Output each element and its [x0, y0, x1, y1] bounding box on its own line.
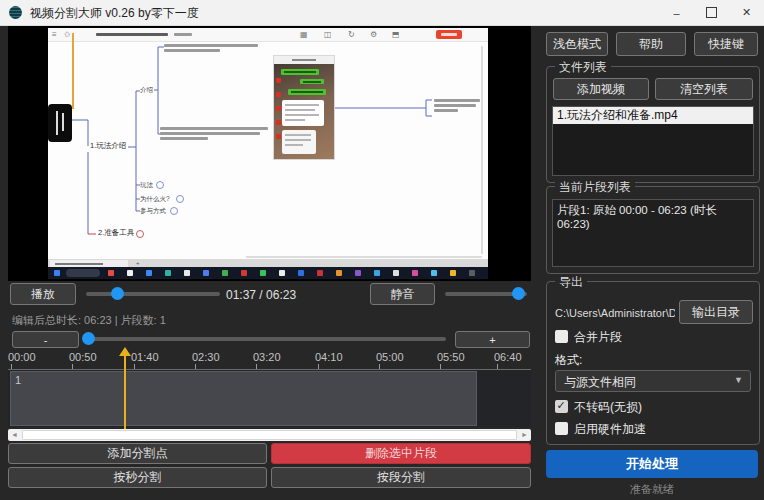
clear-list-button[interactable]: 清空列表	[655, 78, 753, 100]
timeline-tick-label: 01:40	[131, 351, 159, 363]
minimize-button[interactable]: –	[659, 0, 694, 25]
hw-accel-label: 启用硬件加速	[574, 421, 646, 438]
timeline-tick-mark	[195, 364, 196, 369]
taskbar-app-icon	[298, 270, 304, 276]
note-text-bar	[434, 99, 480, 102]
segment-list-group: 当前片段列表 片段1: 原始 00:00 - 06:23 (时长 06:23)	[546, 186, 760, 274]
segment-list-item[interactable]: 片段1: 原始 00:00 - 06:23 (时长 06:23)	[553, 200, 753, 233]
hotkeys-button[interactable]: 快捷键	[694, 32, 758, 56]
timeline-tick-label: 04:10	[315, 351, 343, 363]
help-button[interactable]: 帮助	[616, 32, 686, 56]
mindmap-topic2: 2.准备工具	[98, 229, 134, 237]
segment-number: 1	[15, 374, 21, 386]
timeline-tick-mark	[134, 364, 135, 369]
timeline-tick-label: 00:00	[8, 351, 36, 363]
segment-list: 片段1: 原始 00:00 - 06:23 (时长 06:23)	[552, 199, 754, 267]
mute-button[interactable]: 静音	[370, 283, 435, 305]
format-select-value: 与源文件相同	[564, 374, 636, 391]
file-list-group: 文件列表 添加视频 清空列表 1.玩法介绍和准备.mp4	[546, 66, 760, 183]
no-transcode-label: 不转码(无损)	[574, 399, 642, 416]
volume-slider-handle[interactable]	[512, 287, 525, 300]
delete-selected-segment-button[interactable]: 删除选中片段	[271, 443, 531, 464]
taskbar-app-icon	[260, 270, 266, 276]
note-text-bar	[434, 104, 476, 107]
output-dir-button[interactable]: 输出目录	[679, 300, 753, 324]
taskbar-app-icon	[146, 270, 152, 276]
window-title: 视频分割大师 v0.26 by零下一度	[30, 5, 199, 22]
hw-accel-checkbox[interactable]	[555, 422, 568, 435]
app-window: 视频分割大师 v0.26 by零下一度 – ✕ ≡ ✩ ▦ ◫ ↻ ⚙ ⬒	[0, 0, 764, 500]
light-mode-button[interactable]: 浅色模式	[546, 32, 608, 56]
mindmap-sub1-icon	[156, 181, 164, 189]
mindmap-intro: 介绍	[140, 86, 153, 94]
taskbar-app-icon	[108, 270, 114, 276]
timeline-tick-label: 02:30	[192, 351, 220, 363]
timeline-scrollbar[interactable]: ◄ ►	[8, 429, 531, 441]
canvas-horizontal-scrollbar	[246, 256, 482, 258]
file-list-item-selected[interactable]: 1.玩法介绍和准备.mp4	[553, 107, 753, 124]
mindmap-sub1: 玩法	[140, 181, 153, 189]
split-by-seconds-button[interactable]: 按秒分割	[8, 467, 267, 488]
timeline-tick-mark	[11, 364, 12, 369]
note-text-bar	[160, 137, 208, 140]
zoom-in-button[interactable]: +	[455, 331, 530, 348]
timeline-track[interactable]: 1	[8, 370, 531, 427]
playhead-marker[interactable]	[119, 347, 131, 429]
note-text-bar	[160, 127, 268, 130]
timeline-tick-mark	[72, 364, 73, 369]
phone-screenshot	[273, 55, 335, 160]
taskbar-app-icon	[241, 270, 247, 276]
timeline-scrollbar-thumb[interactable]	[22, 430, 517, 440]
format-select[interactable]: 与源文件相同 ▼	[555, 370, 751, 392]
timeline-zoom-handle[interactable]	[82, 332, 95, 345]
taskbar-app-icon	[222, 270, 228, 276]
time-display: 01:37 / 06:23	[226, 288, 296, 302]
taskbar-app-icon	[127, 270, 133, 276]
taskbar-app-icon	[393, 270, 399, 276]
mindmap-sub2-icon	[176, 195, 184, 203]
timeline-tick-mark	[318, 364, 319, 369]
scroll-left-icon[interactable]: ◄	[11, 430, 18, 440]
play-button[interactable]: 播放	[10, 283, 76, 305]
taskbar-app-icon	[165, 270, 171, 276]
taskbar-app-icon	[184, 270, 190, 276]
file-list: 1.玩法介绍和准备.mp4	[552, 106, 754, 176]
maximize-button[interactable]	[694, 0, 729, 25]
split-by-segments-button[interactable]: 按段分割	[271, 467, 531, 488]
add-video-button[interactable]: 添加视频	[553, 78, 649, 100]
video-tab-strip: +	[48, 259, 488, 267]
note-text-bar	[164, 44, 258, 47]
export-title: 导出	[555, 274, 587, 291]
video-preview[interactable]: ≡ ✩ ▦ ◫ ↻ ⚙ ⬒	[8, 26, 531, 281]
export-group: 导出 C:\Users\Administrator\De 输出目录 合并片段 格…	[546, 281, 760, 445]
edit-status-text: 编辑后总时长: 06:23 | 片段数: 1	[12, 313, 166, 328]
timeline-tick-label: 00:50	[69, 351, 97, 363]
no-transcode-checkbox[interactable]	[555, 400, 568, 413]
timeline-tick-label: 05:50	[437, 351, 465, 363]
timeline-ruler[interactable]: 00:0000:5001:4002:3003:2004:1005:0005:50…	[8, 350, 531, 370]
title-bar: 视频分割大师 v0.26 by零下一度 – ✕	[0, 0, 764, 26]
add-split-point-button[interactable]: 添加分割点	[8, 443, 267, 464]
segment-list-title: 当前片段列表	[555, 179, 635, 196]
timeline-tick-mark	[379, 364, 380, 369]
taskbar-app-icon	[450, 270, 456, 276]
close-button[interactable]: ✕	[729, 0, 764, 25]
ready-status: 准备就绪	[546, 482, 758, 497]
taskbar-app-icon	[355, 270, 361, 276]
mindmap-topic1: 1.玩法介绍	[90, 142, 126, 150]
new-tab-icon: +	[136, 260, 140, 267]
mindmap-sub3-icon	[170, 207, 178, 215]
merge-segments-label: 合并片段	[574, 329, 622, 346]
merge-segments-checkbox[interactable]	[555, 330, 568, 343]
start-processing-button[interactable]: 开始处理	[546, 450, 758, 478]
seek-slider[interactable]	[86, 292, 220, 296]
timeline-zoom-slider[interactable]	[86, 337, 446, 341]
timeline-segment[interactable]: 1	[10, 371, 477, 426]
scroll-right-icon[interactable]: ►	[521, 430, 528, 440]
format-label: 格式:	[555, 352, 582, 369]
zoom-out-button[interactable]: -	[12, 331, 79, 348]
seek-slider-handle[interactable]	[111, 287, 124, 300]
timeline-tick-label: 05:00	[376, 351, 404, 363]
taskbar-search-box	[66, 269, 100, 277]
video-tab	[50, 260, 128, 267]
